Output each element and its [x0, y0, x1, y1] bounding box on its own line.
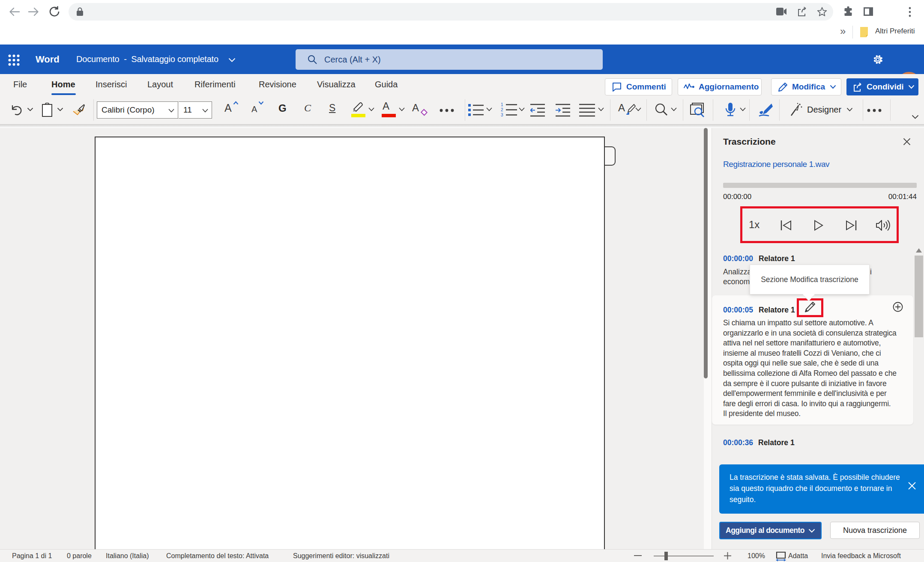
svg-text:2: 2 [501, 107, 503, 112]
svg-text:1: 1 [501, 102, 503, 107]
svg-text:3: 3 [501, 113, 503, 117]
